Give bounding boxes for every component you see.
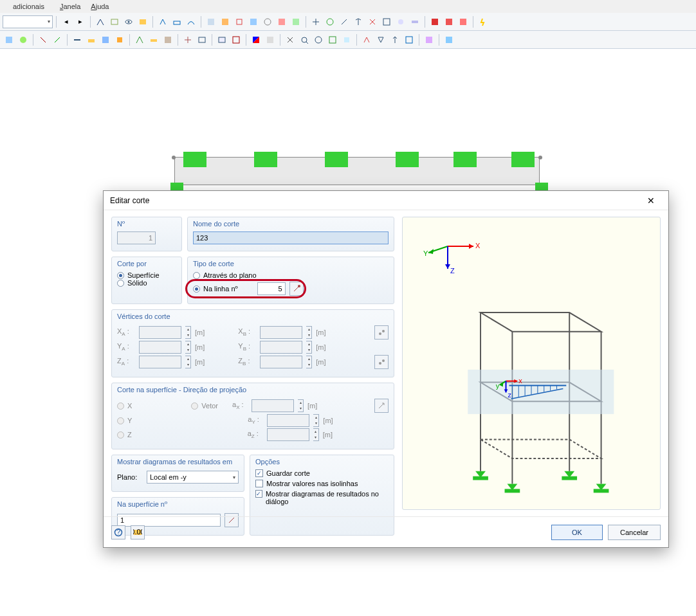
tool-icon-2[interactable] — [108, 15, 121, 28]
lightning-icon[interactable] — [477, 15, 490, 28]
radio-solid[interactable]: Sólido — [117, 279, 176, 287]
tb2-icon-2[interactable] — [17, 33, 30, 46]
tool-icon-16[interactable] — [324, 15, 336, 28]
svg-point-2 — [128, 21, 130, 23]
tb2-icon-9[interactable] — [133, 33, 146, 46]
pick-vertices-button[interactable] — [374, 325, 389, 340]
menu-additional[interactable]: adicionais — [3, 3, 55, 10]
tb2-icon-25[interactable] — [389, 33, 401, 46]
tb2-icon-4[interactable] — [51, 33, 64, 46]
tb2-icon-5[interactable] — [71, 33, 84, 46]
tool-icon-18[interactable] — [352, 15, 365, 28]
spin-xb[interactable]: ▴▾ — [306, 326, 312, 339]
tool-icon-19[interactable] — [366, 15, 379, 28]
pick-line-button[interactable] — [289, 282, 304, 296]
tool-icon-4[interactable] — [136, 15, 149, 28]
tb2-icon-6[interactable] — [85, 33, 98, 46]
input-az[interactable] — [267, 428, 309, 441]
tool-icon-12[interactable] — [261, 15, 274, 28]
unit-6: [m] — [316, 358, 325, 366]
close-icon[interactable]: ✕ — [640, 193, 662, 208]
tb2-icon-1[interactable] — [3, 33, 15, 46]
tb2-icon-24[interactable] — [374, 33, 387, 46]
tb2-icon-13[interactable] — [196, 33, 208, 46]
tool-icon-5[interactable] — [156, 15, 169, 28]
spin-ya[interactable]: ▴▾ — [185, 341, 191, 354]
spin-yb[interactable]: ▴▾ — [306, 341, 312, 354]
spin-xa[interactable]: ▴▾ — [185, 326, 191, 339]
input-za[interactable] — [139, 356, 181, 368]
tool-r1-icon[interactable] — [428, 15, 441, 28]
tb2-icon-10[interactable] — [147, 33, 160, 46]
tool-r2-icon[interactable] — [443, 15, 455, 28]
tb2-icon-20[interactable] — [312, 33, 325, 46]
toolbar-combo-1[interactable]: ▾ — [3, 15, 53, 28]
plane-select[interactable]: Local em -y▾ — [147, 471, 239, 484]
tb2-icon-12[interactable] — [181, 33, 194, 46]
check-save-section[interactable]: ✓Guardar corte — [255, 469, 389, 477]
input-ya[interactable] — [139, 341, 181, 354]
menu-window[interactable]: Janela — [55, 3, 86, 10]
input-yb[interactable] — [260, 341, 302, 354]
tool-icon-22[interactable] — [408, 15, 421, 28]
tool-icon-20[interactable] — [380, 15, 393, 28]
ok-button[interactable]: OK — [551, 525, 603, 540]
tool-icon-13[interactable] — [275, 15, 288, 28]
radio-surface[interactable]: Superfície — [117, 271, 176, 279]
pick-vertices-button-2[interactable] — [374, 355, 389, 369]
tb2-icon-23[interactable] — [360, 33, 373, 46]
spin-ay[interactable]: ▴▾ — [313, 414, 319, 427]
tool-icon-21[interactable] — [394, 15, 407, 28]
check-iso-values[interactable]: Mostrar valores nas isolinhas — [255, 480, 389, 487]
tb2-icon-18[interactable] — [284, 33, 297, 46]
tool-icon-15[interactable] — [309, 15, 322, 28]
units-button[interactable]: 0.00 — [131, 525, 145, 539]
check-show-diagrams[interactable]: ✓Mostrar diagramas de resultados no diál… — [255, 490, 389, 505]
help-button[interactable]: ? — [111, 525, 125, 539]
arrow-right-icon[interactable]: ▸ — [74, 15, 87, 28]
tb2-icon-21[interactable] — [326, 33, 339, 46]
tb2-icon-11[interactable] — [161, 33, 174, 46]
tb2-icon-28[interactable] — [443, 33, 455, 46]
input-ax[interactable] — [252, 399, 294, 412]
radio-through-plane[interactable]: Através do plano — [193, 271, 389, 279]
tool-icon-9[interactable] — [219, 15, 232, 28]
tb2-icon-22[interactable] — [340, 33, 353, 46]
input-ay[interactable] — [267, 414, 309, 427]
tb2-icon-19[interactable] — [298, 33, 311, 46]
tb2-icon-3[interactable] — [37, 33, 50, 46]
tool-icon-14[interactable] — [289, 15, 302, 28]
tool-icon-7[interactable] — [185, 15, 197, 28]
tb2-icon-14[interactable] — [215, 33, 228, 46]
spin-za[interactable]: ▴▾ — [185, 356, 191, 368]
tool-icon-11[interactable] — [247, 15, 260, 28]
input-xb[interactable] — [260, 326, 302, 339]
line-number-input[interactable] — [257, 282, 286, 295]
spin-ax[interactable]: ▴▾ — [298, 399, 304, 412]
input-xa[interactable] — [139, 326, 181, 339]
number-input[interactable] — [117, 231, 156, 244]
menu-help[interactable]: Ajuda — [86, 3, 114, 10]
tool-icon-8[interactable] — [205, 15, 217, 28]
tb2-icon-7[interactable] — [99, 33, 112, 46]
arrow-left-icon[interactable]: ◂ — [60, 15, 73, 28]
radio-on-line[interactable]: Na linha nº — [193, 285, 238, 293]
tb2-icon-17[interactable] — [264, 33, 277, 46]
tb2-icon-8[interactable] — [113, 33, 126, 46]
tool-r3-icon[interactable] — [457, 15, 470, 28]
tb2-icon-27[interactable] — [423, 33, 435, 46]
input-zb[interactable] — [260, 356, 302, 368]
cancel-button[interactable]: Cancelar — [608, 525, 661, 540]
tb2-icon-16[interactable] — [250, 33, 262, 46]
spin-az[interactable]: ▴▾ — [313, 428, 319, 441]
tb2-icon-26[interactable] — [403, 33, 416, 46]
tool-icon-1[interactable] — [94, 15, 107, 28]
pick-vector-button[interactable] — [374, 399, 389, 413]
name-input[interactable] — [193, 231, 389, 244]
spin-zb[interactable]: ▴▾ — [306, 356, 312, 368]
tool-icon-10[interactable] — [233, 15, 246, 28]
tb2-icon-15[interactable] — [230, 33, 243, 46]
tool-icon-17[interactable] — [338, 15, 351, 28]
tool-icon-6[interactable] — [170, 15, 183, 28]
eye-icon[interactable] — [122, 15, 135, 28]
